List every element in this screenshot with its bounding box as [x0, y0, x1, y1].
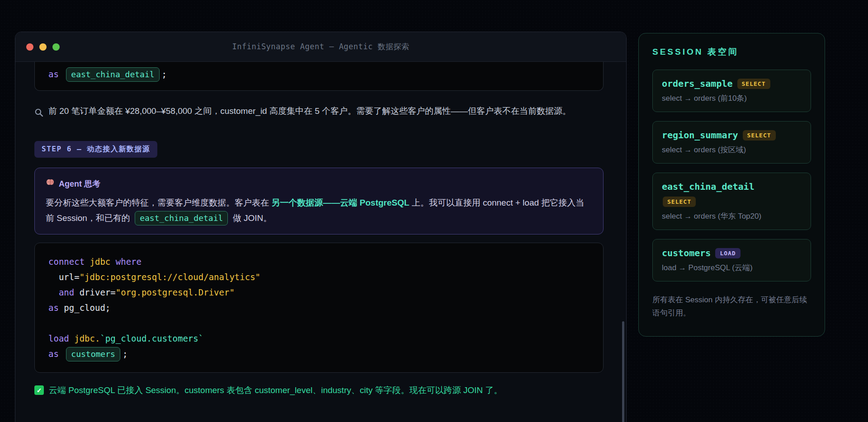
scrollbar-thumb[interactable] [622, 321, 624, 422]
sql-indent [48, 272, 59, 282]
table-card-customers[interactable]: customers LOAD load → PostgreSQL (云端) [652, 239, 811, 281]
success-text: 云端 PostgreSQL 已接入 Session。customers 表包含 … [49, 384, 502, 396]
sql-keyword: and [59, 287, 74, 297]
table-description: select → orders (华东 Top20) [662, 211, 802, 221]
brain-icon [46, 176, 55, 192]
maximize-button[interactable] [52, 43, 60, 51]
table-chip-east-china-detail: east_china_detail [135, 211, 228, 225]
sql-identifier: pg_cloud; [59, 303, 110, 313]
table-badge-select: SELECT [663, 197, 696, 207]
title-bar: InfiniSynapse Agent — Agentic 数据探索 [15, 32, 626, 62]
success-message: ✓ 云端 PostgreSQL 已接入 Session。customers 表包… [34, 384, 604, 396]
table-card-region-summary[interactable]: region_summary SELECT select → orders (按… [652, 121, 811, 164]
agent-thinking-box: Agent 思考 要分析这些大额客户的特征，需要客户维度数据。客户表在 另一个数… [34, 168, 604, 234]
sql-keyword: load [48, 333, 69, 343]
close-button[interactable] [26, 43, 33, 51]
session-panel-title: SESSION 表空间 [652, 46, 811, 58]
table-description: select → orders (前10条) [662, 93, 802, 103]
magnifier-icon [34, 106, 44, 123]
table-name: region_summary [662, 130, 738, 141]
table-description: select → orders (按区域) [662, 145, 802, 155]
table-card-east-china-detail[interactable]: east_china_detail SELECT select → orders… [652, 173, 811, 230]
agent-text: 做 JOIN。 [230, 213, 272, 223]
session-panel-footer: 所有表在 Session 内持久存在，可被任意后续语句引用。 [652, 293, 811, 319]
sql-keyword: as [48, 69, 59, 79]
sql-semicolon: ; [123, 349, 127, 359]
sql-function: jdbc. [69, 333, 100, 343]
window-title: InfiniSynapse Agent — Agentic 数据探索 [232, 42, 409, 52]
table-chip-customers: customers [66, 347, 120, 361]
table-description: load → PostgreSQL (云端) [662, 263, 802, 273]
agent-thinking-title: Agent 思考 [59, 176, 100, 192]
agent-thinking-header: Agent 思考 [46, 176, 592, 192]
table-name: orders_sample [662, 78, 733, 89]
sql-semicolon: ; [162, 69, 167, 79]
conversation-scroll-area: as east_china_detail; 前 20 笔订单金额在 ¥28,00… [15, 62, 626, 396]
agent-text-highlight: 另一个数据源——云端 PostgreSQL [271, 198, 409, 207]
previous-sql-block: as east_china_detail; [34, 62, 604, 91]
sql-param: driver= [74, 287, 116, 297]
sql-table-ref: `pg_cloud.customers` [100, 333, 203, 343]
table-chip-east-china-detail: east_china_detail [66, 67, 159, 82]
check-icon: ✓ [34, 385, 44, 395]
table-badge-load: LOAD [715, 248, 740, 258]
table-card-orders-sample[interactable]: orders_sample SELECT select → orders (前1… [652, 70, 811, 112]
table-name: customers [662, 248, 711, 258]
observation-message: 前 20 笔订单金额在 ¥28,000–¥58,000 之间，customer_… [34, 103, 604, 123]
terminal-window: InfiniSynapse Agent — Agentic 数据探索 as ea… [15, 32, 627, 422]
sql-keyword: as [48, 303, 59, 313]
session-panel: SESSION 表空间 orders_sample SELECT select … [638, 33, 825, 337]
table-badge-select: SELECT [743, 130, 776, 141]
sql-param: url= [59, 272, 80, 282]
sql-function: jdbc [90, 257, 111, 267]
table-badge-select: SELECT [737, 79, 770, 89]
step-badge: STEP 6 — 动态接入新数据源 [34, 141, 157, 158]
sql-keyword: connect [48, 257, 85, 267]
minimize-button[interactable] [39, 43, 47, 51]
agent-thinking-body: 要分析这些大额客户的特征，需要客户维度数据。客户表在 另一个数据源——云端 Po… [46, 195, 592, 226]
sql-code-block: connect jdbc where url="jdbc:postgresql:… [34, 243, 604, 373]
sql-keyword: where [116, 257, 142, 267]
traffic-lights [26, 32, 60, 61]
table-name: east_china_detail [662, 181, 802, 192]
sql-string: "jdbc:postgresql://cloud/analytics" [80, 272, 260, 282]
agent-text: 要分析这些大额客户的特征，需要客户维度数据。客户表在 [46, 198, 271, 207]
sql-keyword: as [48, 349, 59, 359]
observation-text: 前 20 笔订单金额在 ¥28,000–¥58,000 之间，customer_… [48, 103, 571, 123]
sql-string: "org.postgresql.Driver" [116, 287, 235, 297]
sql-indent [48, 287, 59, 297]
